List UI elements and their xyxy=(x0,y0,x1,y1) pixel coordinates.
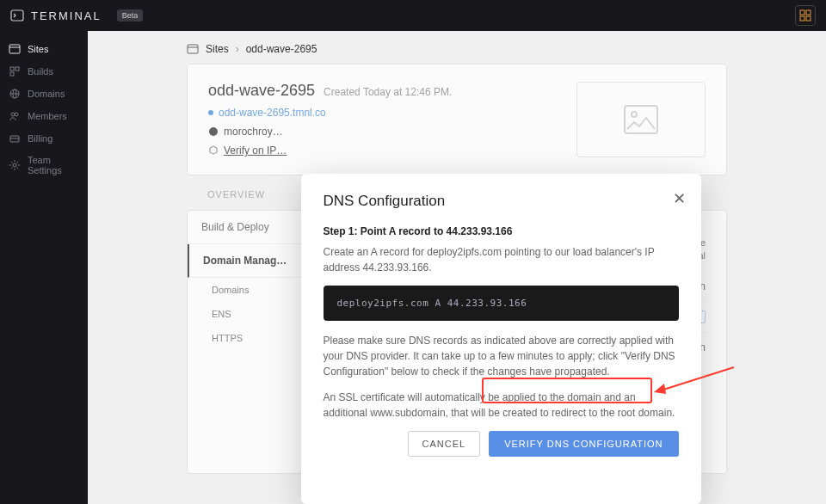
sidebar-item-team-settings[interactable]: Team Settings xyxy=(0,150,88,181)
svg-point-20 xyxy=(209,127,218,136)
sites-icon xyxy=(187,43,199,55)
breadcrumb: Sites › odd-wave-2695 xyxy=(88,31,826,64)
svg-rect-0 xyxy=(11,10,23,21)
svg-rect-2 xyxy=(806,10,811,15)
site-card: odd-wave-2695 Created Today at 12:46 PM.… xyxy=(187,64,727,175)
gear-icon xyxy=(9,159,21,171)
brand-text: TERMINAL xyxy=(31,9,102,22)
sidebar-item-label: Billing xyxy=(28,133,52,144)
modal-step: Step 1: Point A record to 44.233.93.166 xyxy=(324,225,679,237)
sidebar: Sites Builds Domains Members Billing Tea… xyxy=(0,31,88,504)
svg-rect-5 xyxy=(9,45,20,53)
svg-point-17 xyxy=(13,163,16,167)
terminal-icon xyxy=(10,9,24,22)
sidebar-item-label: Domains xyxy=(28,89,65,99)
billing-icon xyxy=(9,132,21,144)
builds-icon xyxy=(9,65,21,77)
site-url[interactable]: odd-wave-2695.tmnl.co xyxy=(219,107,326,119)
sidebar-item-label: Builds xyxy=(28,66,53,77)
close-icon[interactable]: ✕ xyxy=(673,189,686,208)
github-icon xyxy=(208,126,219,137)
verify-link[interactable]: Verify on IP… xyxy=(224,144,287,157)
modal-title: DNS Configuration xyxy=(324,193,679,210)
dns-record-code: deploy2ipfs.com A 44.233.93.166 xyxy=(324,286,679,321)
sidebar-item-label: Members xyxy=(28,111,67,121)
svg-rect-18 xyxy=(188,45,198,53)
site-thumbnail xyxy=(576,82,706,157)
svg-rect-1 xyxy=(800,10,804,15)
svg-rect-21 xyxy=(625,106,657,133)
svg-marker-26 xyxy=(654,384,666,394)
modal-desc-3: An SSL certificate will automatically be… xyxy=(324,390,679,421)
svg-point-22 xyxy=(632,112,637,117)
users-icon xyxy=(9,110,21,122)
dns-config-modal: ✕ DNS Configuration Step 1: Point A reco… xyxy=(301,174,701,504)
svg-rect-3 xyxy=(800,16,804,21)
tab-overview[interactable]: OVERVIEW xyxy=(207,189,265,200)
modal-desc-1: Create an A record for deploy2ipfs.com p… xyxy=(324,244,679,275)
svg-rect-9 xyxy=(10,72,14,76)
svg-point-14 xyxy=(15,113,18,116)
sites-icon xyxy=(9,43,21,55)
globe-icon xyxy=(9,88,21,100)
topbar: TERMINAL Beta xyxy=(0,0,826,31)
image-placeholder-icon xyxy=(624,105,658,134)
svg-rect-4 xyxy=(806,16,811,21)
status-dot xyxy=(208,110,213,115)
svg-line-25 xyxy=(661,367,734,390)
sidebar-item-members[interactable]: Members xyxy=(0,105,88,127)
created-at: Created Today at 12:46 PM. xyxy=(324,86,452,98)
dashboard-icon[interactable] xyxy=(795,5,816,26)
svg-rect-8 xyxy=(15,67,19,71)
annotation-arrow xyxy=(652,363,738,397)
repo-name[interactable]: morochroy… xyxy=(224,126,283,138)
main-content: Sites › odd-wave-2695 odd-wave-2695 Crea… xyxy=(88,31,826,504)
verify-dns-button[interactable]: VERIFY DNS CONFIGURATION xyxy=(489,431,678,457)
sidebar-item-billing[interactable]: Billing xyxy=(0,127,88,150)
svg-point-13 xyxy=(11,113,15,116)
svg-rect-7 xyxy=(10,67,14,71)
breadcrumb-current: odd-wave-2695 xyxy=(246,43,317,55)
breadcrumb-separator: › xyxy=(236,43,239,55)
cube-icon xyxy=(208,145,219,156)
sidebar-item-domains[interactable]: Domains xyxy=(0,83,88,105)
site-name: odd-wave-2695 xyxy=(208,82,315,100)
modal-desc-2: Please make sure DNS records as indicate… xyxy=(324,333,679,379)
sidebar-item-label: Team Settings xyxy=(28,155,79,175)
brand-logo[interactable]: TERMINAL Beta xyxy=(10,9,143,22)
sidebar-item-builds[interactable]: Builds xyxy=(0,60,88,83)
cancel-button[interactable]: CANCEL xyxy=(408,431,481,457)
sidebar-item-sites[interactable]: Sites xyxy=(0,38,88,60)
beta-badge: Beta xyxy=(117,9,144,22)
sidebar-item-label: Sites xyxy=(28,44,48,54)
breadcrumb-root[interactable]: Sites xyxy=(206,43,229,55)
